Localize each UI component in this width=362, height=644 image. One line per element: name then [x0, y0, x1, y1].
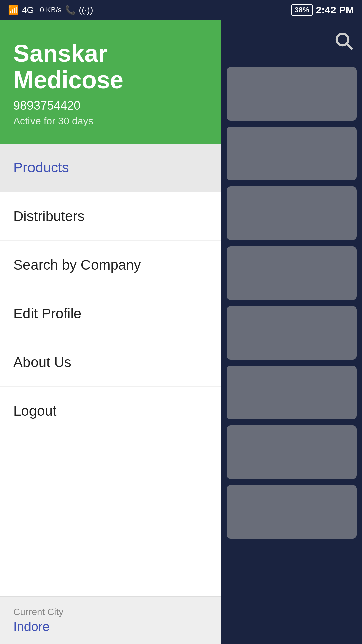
drawer: Sanskar Medicose 9893754420 Active for 3…: [0, 20, 221, 644]
status-left: 📶 4G 0 KB/s 📞 ((·)): [8, 5, 93, 15]
drawer-header: Sanskar Medicose 9893754420 Active for 3…: [0, 20, 221, 144]
status-right: 38% 2:42 PM: [291, 4, 354, 16]
drawer-footer: Current City Indore: [0, 596, 221, 644]
signal-label: 4G: [22, 5, 34, 15]
menu-item-search-by-company[interactable]: Search by Company: [0, 241, 221, 289]
menu-item-about-us[interactable]: About Us: [0, 338, 221, 387]
svg-line-1: [347, 44, 352, 49]
active-status: Active for 30 days: [13, 115, 208, 127]
shop-name: Sanskar Medicose: [13, 40, 208, 93]
call-icon: 📞: [65, 5, 76, 15]
search-button[interactable]: [330, 27, 357, 54]
footer-city-value: Indore: [13, 620, 208, 634]
card-item: [227, 306, 357, 360]
battery-indicator: 38%: [291, 4, 313, 16]
menu-item-logout[interactable]: Logout: [0, 387, 221, 435]
shop-phone: 9893754420: [13, 99, 208, 113]
main-layout: Sanskar Medicose 9893754420 Active for 3…: [0, 20, 362, 644]
card-list: [227, 67, 357, 539]
time-label: 2:42 PM: [316, 4, 354, 16]
card-item: [227, 186, 357, 240]
menu-item-edit-profile[interactable]: Edit Profile: [0, 289, 221, 338]
card-item: [227, 485, 357, 539]
menu-item-products[interactable]: Products: [0, 144, 221, 192]
speed-label: 0 KB/s: [40, 6, 62, 14]
drawer-menu: Products Distributers Search by Company …: [0, 144, 221, 596]
card-item: [227, 366, 357, 419]
card-item: [227, 246, 357, 300]
status-bar: 📶 4G 0 KB/s 📞 ((·)) 38% 2:42 PM: [0, 0, 362, 20]
card-item: [227, 425, 357, 479]
footer-city-label: Current City: [13, 607, 208, 618]
right-panel: [221, 20, 362, 644]
search-icon: [333, 30, 353, 50]
menu-item-distributers[interactable]: Distributers: [0, 192, 221, 241]
wifi-icon: ((·)): [79, 5, 93, 15]
signal-icon: 📶: [8, 5, 19, 15]
card-item: [227, 67, 357, 121]
card-item: [227, 127, 357, 180]
